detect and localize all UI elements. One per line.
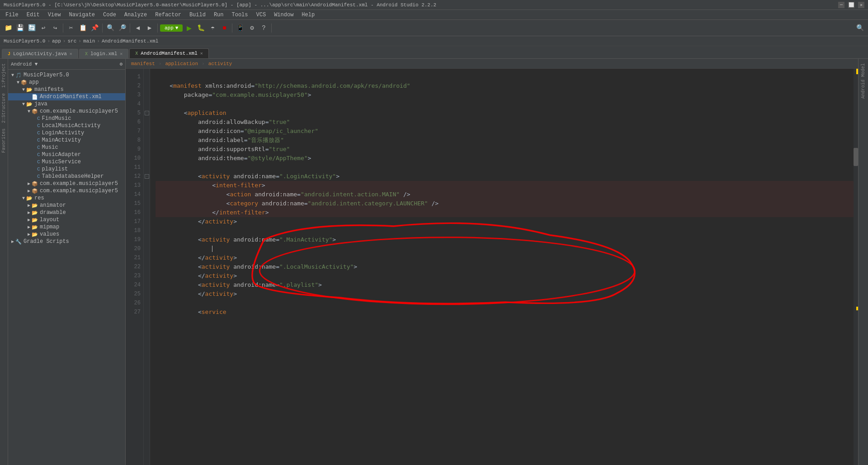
run-config-selector[interactable]: app ▼: [160, 24, 183, 32]
breadcrumb-application[interactable]: application: [163, 61, 200, 67]
tree-item-loginactivity[interactable]: C LoginActivity: [8, 129, 125, 137]
tree-item-musicservice[interactable]: C MusicService: [8, 158, 125, 166]
tab-icon-xml1: X: [85, 52, 88, 57]
fold-application[interactable]: –: [145, 111, 149, 115]
minimize-button[interactable]: —: [838, 2, 844, 8]
stop-button[interactable]: ■: [219, 23, 230, 33]
toolbar-sep-5: [232, 24, 232, 33]
menu-file[interactable]: File: [2, 11, 22, 19]
tree-item-playlist[interactable]: C playlist: [8, 166, 125, 173]
toolbar-fwd-btn[interactable]: ▶: [144, 23, 155, 33]
fold-gutter: – –: [144, 69, 150, 465]
panel-project[interactable]: 1:Project: [0, 61, 7, 90]
menu-window[interactable]: Window: [270, 11, 297, 19]
tree-item-package-test[interactable]: ▶ 📦 com.example.musicplayer5: [8, 180, 125, 187]
tree-item-animator[interactable]: ▶ 📂 animator: [8, 202, 125, 209]
breadcrumb-activity[interactable]: activity: [207, 61, 234, 67]
tree-label-tabledatabasehelper: TabledatabaseHelper: [42, 173, 104, 180]
tree-item-musicadapter[interactable]: C MusicAdapter: [8, 151, 125, 158]
menu-refactor[interactable]: Refactor: [151, 11, 185, 19]
tree-item-app[interactable]: ▼ 📦 app: [8, 79, 125, 86]
panel-favorites[interactable]: Favorites: [0, 126, 7, 156]
menu-edit[interactable]: Edit: [23, 11, 43, 19]
tree-item-findmusic[interactable]: C FindMusic: [8, 115, 125, 122]
path-root[interactable]: MusicPlayer5.0: [4, 38, 45, 44]
tree-item-package-main[interactable]: ▼ 📦 com.example.musicplayer5: [8, 108, 125, 115]
toolbar-undo-btn[interactable]: ↩: [38, 23, 49, 33]
toolbar-cut-btn[interactable]: ✂: [66, 23, 76, 33]
toolbar-search-btn[interactable]: 🔍: [105, 23, 116, 33]
tree-arrow-package-main: ▼: [26, 109, 32, 114]
toolbar-replace-btn[interactable]: 🔎: [117, 23, 127, 33]
tree-label-findmusic: FindMusic: [42, 115, 71, 122]
menu-view[interactable]: View: [44, 11, 65, 19]
toolbar-sync-btn[interactable]: 🔄: [26, 23, 37, 33]
editor-scrollbar[interactable]: [854, 69, 858, 465]
tree-label-playlist: playlist: [42, 166, 68, 172]
menu-build[interactable]: Build: [186, 11, 209, 19]
tree-item-manifests[interactable]: ▼ 📂 manifests: [8, 86, 125, 93]
toolbar-save-btn[interactable]: 💾: [14, 23, 25, 33]
breadcrumb-manifest[interactable]: manifest: [129, 61, 157, 67]
tab-loginxml[interactable]: X login.xml ✕: [79, 49, 128, 58]
panel-structure[interactable]: 2:Structure: [0, 90, 7, 126]
tree-item-music[interactable]: C Music: [8, 144, 125, 151]
toolbar-open-btn[interactable]: 📁: [3, 23, 14, 33]
tree-item-drawable[interactable]: ▶ 📂 drawable: [8, 209, 125, 216]
debug-button[interactable]: 🐛: [195, 23, 206, 33]
path-main[interactable]: main: [83, 38, 95, 44]
search-everywhere-btn[interactable]: 🔍: [854, 23, 865, 33]
tree-item-layout[interactable]: ▶ 📂 layout: [8, 216, 125, 223]
tree-item-mipmap[interactable]: ▶ 📂 mipmap: [8, 223, 125, 231]
tree-arrow-root: ▼: [10, 73, 15, 78]
tree-item-root[interactable]: ▼ 🎵 MusicPlayer5.0: [8, 71, 125, 79]
tree-item-androidmanifest[interactable]: 📄 AndroidManifest.xml: [8, 93, 125, 100]
tree-icon-music: C: [37, 145, 40, 150]
avd-button[interactable]: 📱: [235, 23, 245, 33]
coverage-button[interactable]: ☂: [207, 23, 218, 33]
menu-code[interactable]: Code: [99, 11, 120, 19]
maximize-button[interactable]: ⬜: [848, 2, 854, 8]
run-button[interactable]: ▶: [184, 23, 194, 33]
toolbar-copy-btn[interactable]: 📋: [77, 23, 88, 33]
path-file[interactable]: AndroidManifest.xml: [102, 38, 158, 44]
help-button[interactable]: ?: [258, 23, 269, 33]
tree-icon-layout: 📂: [32, 217, 38, 223]
menu-navigate[interactable]: Navigate: [65, 11, 99, 19]
toolbar-back-btn[interactable]: ◀: [132, 23, 143, 33]
tab-loginactivity[interactable]: J LoginActivity.java ✕: [2, 49, 78, 58]
tree-item-localmusicactivity[interactable]: C LocalMusicActivity: [8, 122, 125, 129]
toolbar-redo-btn[interactable]: ↪: [50, 23, 61, 33]
path-src[interactable]: src: [67, 38, 76, 44]
menu-help[interactable]: Help: [298, 11, 318, 19]
tree-item-values[interactable]: ▶ 📂 values: [8, 231, 125, 238]
tab-close-androidmanifest[interactable]: ✕: [200, 51, 203, 56]
tab-close-loginxml[interactable]: ✕: [120, 51, 123, 57]
scroll-thumb[interactable]: [854, 148, 858, 166]
tree-item-java[interactable]: ▼ 📂 java: [8, 100, 125, 108]
code-editor[interactable]: <manifest xmlns:android="http://schemas.…: [150, 69, 854, 465]
tab-androidmanifest[interactable]: X AndroidManifest.xml ✕: [129, 48, 208, 58]
menu-tools[interactable]: Tools: [228, 11, 252, 19]
close-button[interactable]: ✕: [858, 2, 864, 8]
tree-item-res[interactable]: ▼ 📂 res: [8, 195, 125, 202]
tree-label-layout: layout: [40, 217, 59, 223]
menu-analyze[interactable]: Analyze: [121, 11, 151, 19]
tree-item-gradle[interactable]: ▶ 🔧 Gradle Scripts: [8, 238, 125, 245]
fold-intent-filter[interactable]: –: [145, 174, 149, 179]
path-app[interactable]: app: [52, 38, 61, 44]
window-controls[interactable]: — ⬜ ✕: [838, 2, 864, 8]
tree-item-tabledatabasehelper[interactable]: C TabledatabaseHelper: [8, 173, 125, 180]
tab-close-loginactivity[interactable]: ✕: [70, 51, 72, 57]
toolbar-sep-3: [130, 24, 130, 33]
tree-item-mainactivity[interactable]: C MainActivity: [8, 137, 125, 144]
tab-icon-java: J: [8, 52, 10, 57]
project-tree-settings[interactable]: ⚙: [119, 61, 123, 67]
tree-item-package-androidtest[interactable]: ▶ 📦 com.example.musicplayer5: [8, 187, 125, 195]
toolbar-paste-btn[interactable]: 📌: [89, 23, 100, 33]
menu-run[interactable]: Run: [210, 11, 227, 19]
menu-vcs[interactable]: VCS: [253, 11, 270, 19]
tree-icon-loginactivity: C: [37, 130, 40, 136]
panel-android-model[interactable]: Android Model: [860, 61, 867, 101]
sdk-button[interactable]: ⚙: [246, 23, 257, 33]
